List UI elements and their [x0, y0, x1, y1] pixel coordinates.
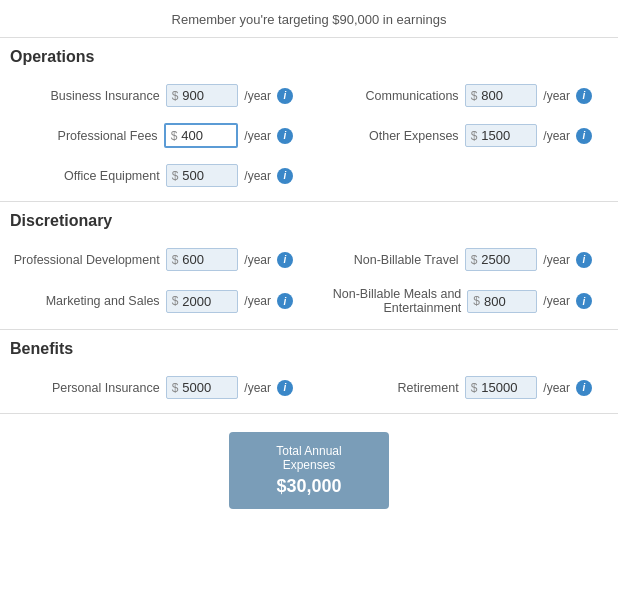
section-grid-discretionary: Professional Development$/yeariNon-Billa… — [10, 240, 608, 323]
year-label: /year — [543, 253, 570, 267]
year-label: /year — [543, 129, 570, 143]
input-wrapper-personal-insurance: $ — [166, 376, 239, 399]
dollar-sign: $ — [171, 129, 178, 143]
input-wrapper-office-equipment: $ — [166, 164, 239, 187]
dollar-sign: $ — [172, 381, 179, 395]
field-label-other-expenses: Other Expenses — [369, 129, 459, 143]
field-row-other-expenses: Other Expenses$/yeari — [309, 115, 608, 156]
field-label-office-equipment: Office Equipment — [64, 169, 160, 183]
dollar-sign: $ — [172, 169, 179, 183]
input-wrapper-business-insurance: $ — [166, 84, 239, 107]
info-icon[interactable]: i — [277, 252, 293, 268]
top-banner: Remember you're targeting $90,000 in ear… — [0, 0, 618, 38]
field-label-communications: Communications — [366, 89, 459, 103]
info-icon[interactable]: i — [277, 88, 293, 104]
field-label-business-insurance: Business Insurance — [51, 89, 160, 103]
info-icon[interactable]: i — [576, 293, 592, 309]
year-label: /year — [244, 129, 271, 143]
field-label-retirement: Retirement — [369, 381, 459, 395]
dollar-sign: $ — [473, 294, 480, 308]
field-label-marketing-and-sales: Marketing and Sales — [46, 294, 160, 308]
input-wrapper-retirement: $ — [465, 376, 538, 399]
field-row-marketing-and-sales: Marketing and Sales$/yeari — [10, 279, 309, 323]
dollar-sign: $ — [172, 89, 179, 103]
field-label-non-billable-meals: Non-Billable Meals and Entertainment — [309, 287, 461, 315]
field-row-professional-fees: Professional Fees$/yeari — [10, 115, 309, 156]
input-professional-fees[interactable] — [181, 128, 231, 143]
field-row-business-insurance: Business Insurance$/yeari — [10, 76, 309, 115]
info-icon[interactable]: i — [277, 293, 293, 309]
year-label: /year — [244, 253, 271, 267]
field-label-professional-development: Professional Development — [14, 253, 160, 267]
input-wrapper-professional-fees: $ — [164, 123, 239, 148]
year-label: /year — [543, 294, 570, 308]
year-label: /year — [244, 294, 271, 308]
field-row-personal-insurance: Personal Insurance$/yeari — [10, 368, 309, 407]
field-row-office-equipment: Office Equipment$/yeari — [10, 156, 309, 195]
total-label: Total Annual Expenses — [249, 444, 369, 472]
input-communications[interactable] — [481, 88, 531, 103]
info-icon[interactable]: i — [576, 88, 592, 104]
info-icon[interactable]: i — [576, 380, 592, 396]
section-operations: OperationsBusiness Insurance$/yeariCommu… — [0, 38, 618, 202]
year-label: /year — [543, 381, 570, 395]
input-non-billable-meals[interactable] — [484, 294, 534, 309]
input-wrapper-marketing-and-sales: $ — [166, 290, 239, 313]
dollar-sign: $ — [471, 381, 478, 395]
field-label-professional-fees: Professional Fees — [58, 129, 158, 143]
section-title-operations: Operations — [10, 48, 608, 66]
dollar-sign: $ — [471, 253, 478, 267]
year-label: /year — [244, 169, 271, 183]
input-professional-development[interactable] — [182, 252, 232, 267]
field-row-communications: Communications$/yeari — [309, 76, 608, 115]
dollar-sign: $ — [172, 253, 179, 267]
dollar-sign: $ — [172, 294, 179, 308]
field-row-non-billable-meals: Non-Billable Meals and Entertainment$/ye… — [309, 279, 608, 323]
input-wrapper-non-billable-meals: $ — [467, 290, 537, 313]
year-label: /year — [543, 89, 570, 103]
input-wrapper-non-billable-travel: $ — [465, 248, 538, 271]
field-label-non-billable-travel: Non-Billable Travel — [354, 253, 459, 267]
empty-cell — [309, 156, 608, 195]
input-retirement[interactable] — [481, 380, 531, 395]
info-icon[interactable]: i — [277, 380, 293, 396]
input-other-expenses[interactable] — [481, 128, 531, 143]
section-title-benefits: Benefits — [10, 340, 608, 358]
input-wrapper-communications: $ — [465, 84, 538, 107]
input-business-insurance[interactable] — [182, 88, 232, 103]
input-non-billable-travel[interactable] — [481, 252, 531, 267]
field-row-non-billable-travel: Non-Billable Travel$/yeari — [309, 240, 608, 279]
dollar-sign: $ — [471, 129, 478, 143]
field-label-personal-insurance: Personal Insurance — [52, 381, 160, 395]
year-label: /year — [244, 381, 271, 395]
total-box: Total Annual Expenses $30,000 — [229, 432, 389, 509]
info-icon[interactable]: i — [277, 128, 293, 144]
total-value: $30,000 — [276, 476, 341, 497]
info-icon[interactable]: i — [576, 128, 592, 144]
dollar-sign: $ — [471, 89, 478, 103]
info-icon[interactable]: i — [576, 252, 592, 268]
year-label: /year — [244, 89, 271, 103]
section-grid-operations: Business Insurance$/yeariCommunications$… — [10, 76, 608, 195]
field-row-professional-development: Professional Development$/yeari — [10, 240, 309, 279]
input-wrapper-professional-development: $ — [166, 248, 239, 271]
input-office-equipment[interactable] — [182, 168, 232, 183]
section-grid-benefits: Personal Insurance$/yeariRetirement$/yea… — [10, 368, 608, 407]
info-icon[interactable]: i — [277, 168, 293, 184]
input-personal-insurance[interactable] — [182, 380, 232, 395]
section-title-discretionary: Discretionary — [10, 212, 608, 230]
section-benefits: BenefitsPersonal Insurance$/yeariRetirem… — [0, 330, 618, 414]
section-discretionary: DiscretionaryProfessional Development$/y… — [0, 202, 618, 330]
input-marketing-and-sales[interactable] — [182, 294, 232, 309]
field-row-retirement: Retirement$/yeari — [309, 368, 608, 407]
input-wrapper-other-expenses: $ — [465, 124, 538, 147]
